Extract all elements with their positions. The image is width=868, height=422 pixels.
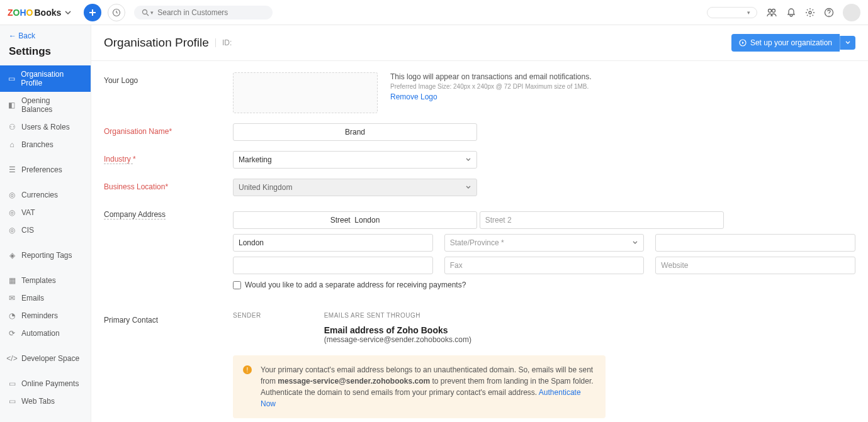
svg-point-1 — [143, 9, 147, 14]
remove-logo-link[interactable]: Remove Logo — [390, 92, 592, 101]
sidebar-item-preferences[interactable]: ☰Preferences — [0, 161, 91, 179]
city-input[interactable] — [233, 234, 433, 252]
company-address-label: Company Address — [104, 206, 233, 219]
org-name-label: Organisation Name* — [104, 123, 233, 136]
sidebar-icon: ☰ — [8, 165, 16, 174]
org-name-input[interactable] — [233, 123, 477, 141]
sidebar-item-label: Organisation Profile — [21, 70, 83, 87]
svg-point-2 — [769, 9, 772, 12]
sidebar-item-integrations[interactable]: ⇆Integrations — [0, 418, 91, 422]
sidebar-item-label: Branches — [21, 140, 54, 149]
sidebar-icon: ◎ — [8, 226, 16, 235]
zip-input[interactable] — [655, 234, 855, 252]
sidebar-item-opening-balances[interactable]: ◧Opening Balances — [0, 92, 91, 118]
sidebar-icon: ✉ — [8, 294, 16, 303]
sidebar-item-label: Opening Balances — [21, 96, 83, 114]
refer-icon[interactable] — [766, 7, 777, 18]
sidebar-icon: ▭ — [8, 74, 16, 83]
sidebar-item-label: Currencies — [21, 191, 58, 199]
chevron-down-icon — [632, 240, 638, 246]
logo-books: Books — [34, 8, 61, 18]
sidebar-item-web-tabs[interactable]: ▭Web Tabs — [0, 392, 91, 410]
logo-label: Your Logo — [104, 72, 233, 85]
street2-input[interactable] — [480, 211, 724, 229]
search-scope-caret: ▾ — [150, 9, 154, 16]
sidebar-icon: ▭ — [8, 397, 16, 406]
sidebar-item-currencies[interactable]: ◎Currencies — [0, 186, 91, 204]
setup-org-button[interactable]: Set up your organization — [731, 34, 840, 52]
sidebar-title: Settings — [0, 43, 91, 65]
chevron-down-icon — [845, 40, 850, 45]
sidebar-icon: ▭ — [8, 379, 16, 388]
gear-icon[interactable] — [805, 8, 815, 18]
sidebar-icon: ⚇ — [8, 123, 16, 131]
sidebar-item-reporting-tags[interactable]: ◈Reporting Tags — [0, 247, 91, 264]
setup-org-dropdown[interactable] — [840, 36, 855, 50]
sidebar-item-branches[interactable]: ⌂Branches — [0, 136, 91, 153]
warning-icon: ! — [243, 365, 252, 374]
state-select[interactable]: State/Province * — [444, 234, 645, 252]
back-link[interactable]: ← Back — [0, 25, 91, 43]
sidebar-item-label: Users & Roles — [21, 123, 70, 131]
sent-through-title: Email address of Zoho Books — [324, 325, 471, 335]
sidebar-item-online-payments[interactable]: ▭Online Payments — [0, 375, 91, 392]
logo-upload[interactable] — [233, 72, 378, 113]
arrow-left-icon: ← — [9, 31, 16, 40]
play-icon — [739, 39, 747, 47]
sidebar-icon: ◔ — [8, 311, 16, 320]
logo-size-hint: Preferred Image Size: 240px x 240px @ 72… — [390, 83, 592, 90]
svg-point-4 — [809, 11, 811, 14]
logo-zoho: ZOHO — [8, 8, 33, 18]
industry-label: Industry * — [104, 151, 233, 164]
sidebar-item-cis[interactable]: ◎CIS — [0, 221, 91, 239]
page-header: Organisation Profile ID: Set up your org… — [91, 25, 868, 61]
website-input[interactable] — [655, 257, 855, 274]
sidebar-icon: ◎ — [8, 208, 16, 217]
sidebar-item-emails[interactable]: ✉Emails — [0, 289, 91, 307]
avatar[interactable] — [843, 4, 860, 21]
separate-address-checkbox[interactable] — [233, 281, 241, 289]
chevron-down-icon — [65, 9, 71, 16]
app-logo[interactable]: ZOHO Books — [8, 8, 71, 18]
chevron-down-icon — [465, 157, 471, 163]
topbar: ZOHO Books ▾ ▾ — [0, 0, 868, 25]
sidebar-item-label: Reporting Tags — [21, 251, 72, 260]
recent-button[interactable] — [108, 4, 125, 21]
org-selector[interactable]: ▾ — [707, 7, 757, 18]
logo-help-text: This logo will appear on transactions an… — [390, 72, 592, 81]
search-input[interactable] — [157, 8, 264, 17]
sidebar-item-reminders[interactable]: ◔Reminders — [0, 307, 91, 325]
quick-create-button[interactable] — [84, 4, 101, 21]
sidebar-item-label: Online Payments — [21, 379, 79, 388]
separate-address-row[interactable]: Would you like to add a separate address… — [233, 280, 855, 289]
phone-input[interactable] — [233, 257, 433, 274]
sender-heading: SENDER — [233, 312, 261, 319]
search-box[interactable]: ▾ — [134, 6, 273, 19]
main-content: Organisation Profile ID: Set up your org… — [91, 25, 868, 422]
sent-through-heading: EMAILS ARE SENT THROUGH — [324, 312, 471, 319]
sidebar-item-automation[interactable]: ⟳Automation — [0, 325, 91, 342]
sidebar-item-users-roles[interactable]: ⚇Users & Roles — [0, 118, 91, 136]
sidebar-icon: </> — [8, 354, 16, 363]
search-icon — [142, 9, 149, 16]
page-title: Organisation Profile — [104, 36, 209, 50]
sidebar-item-label: Emails — [21, 294, 44, 303]
sidebar-item-developer-space[interactable]: </>Developer Space — [0, 350, 91, 367]
sidebar: ← Back Settings ▭Organisation Profile◧Op… — [0, 25, 91, 422]
sent-through-email: (message-service@sender.zohobooks.com) — [324, 335, 471, 344]
help-icon[interactable] — [824, 8, 834, 18]
sidebar-item-label: Developer Space — [21, 354, 79, 363]
sidebar-icon: ◧ — [8, 101, 16, 109]
industry-select[interactable]: Marketing — [233, 151, 477, 169]
chevron-down-icon — [465, 184, 471, 191]
street1-input[interactable] — [233, 211, 477, 229]
sidebar-item-templates[interactable]: ▦Templates — [0, 272, 91, 289]
sidebar-item-vat[interactable]: ◎VAT — [0, 204, 91, 221]
sidebar-item-label: Automation — [21, 329, 60, 338]
sidebar-icon: ◎ — [8, 191, 16, 199]
business-location-select[interactable]: United Kingdom — [233, 179, 477, 196]
sidebar-item-organisation-profile[interactable]: ▭Organisation Profile — [0, 65, 91, 92]
sidebar-icon: ⟳ — [8, 329, 16, 338]
bell-icon[interactable] — [786, 8, 796, 18]
fax-input[interactable] — [444, 257, 645, 274]
